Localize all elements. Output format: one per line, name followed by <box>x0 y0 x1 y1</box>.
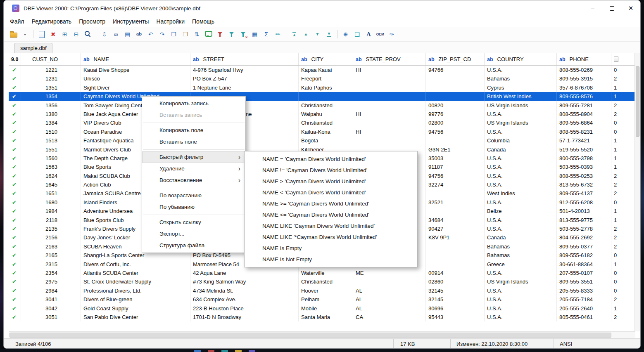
table-row[interactable]: ✔1356Tom Sawyer Diving Centre632-1 Third… <box>9 101 640 110</box>
cell-extra[interactable]: 2 <box>611 313 635 321</box>
cell-country[interactable]: Columbia <box>485 136 557 145</box>
cell-phone[interactable]: 503-555-0393 <box>557 163 611 171</box>
oem-button[interactable]: OEM <box>375 29 386 40</box>
cell-phone[interactable]: 501-4-20013 <box>557 207 611 215</box>
cell-extra[interactable]: 1 <box>611 216 635 224</box>
cell-phone[interactable]: 357-6-876708 <box>557 83 611 92</box>
context-menu-item-sort-descending[interactable]: По убыванию <box>142 201 245 213</box>
cell-cust_no[interactable]: 2354 <box>21 269 81 277</box>
print-button[interactable]: ▤ <box>122 29 133 40</box>
cell-state_prov[interactable]: AL <box>353 295 426 304</box>
cell-city[interactable]: Hoover <box>299 286 353 295</box>
cell-cust_no[interactable]: 1513 <box>21 136 81 145</box>
context-menu-item-restore[interactable]: Восстановление› <box>142 175 245 186</box>
sort-az-button[interactable]: ⇅ <box>191 29 202 40</box>
taskbar-icon[interactable] <box>194 350 201 352</box>
cell-state_prov[interactable]: HI <box>353 128 426 136</box>
cell-zip_pst_cd[interactable]: 32145 <box>426 295 485 304</box>
cell-extra[interactable]: 1 <box>611 154 635 163</box>
cell-zip_pst_cd[interactable] <box>426 242 485 251</box>
quick-filter-option-9[interactable]: NAME Is Not Empty <box>245 254 417 265</box>
cell-zip_pst_cd[interactable] <box>426 136 485 145</box>
replace-button[interactable]: ab <box>133 29 145 40</box>
menu-item-1[interactable]: Редактировать <box>28 17 75 26</box>
cell-country[interactable]: Bahamas <box>485 242 557 251</box>
append-record-button[interactable]: ⊞ <box>59 29 70 40</box>
delete-file-button[interactable]: ✖ <box>48 29 59 40</box>
cell-extra[interactable]: 1 <box>611 207 635 215</box>
cell-country[interactable]: US Virgin Islands <box>485 118 557 127</box>
cell-phone[interactable]: 808-555-0269 <box>557 66 611 74</box>
cell-state_prov[interactable]: CA <box>353 313 426 321</box>
sum-button[interactable]: Σ <box>261 29 272 40</box>
table-row[interactable]: ✔1351Sight Diver1 Neptune LaneKato Papho… <box>9 83 640 92</box>
cell-zip_pst_cd[interactable]: 94756 <box>426 128 485 136</box>
cell-street[interactable]: 4734 Melinda St. <box>190 286 299 295</box>
cell-extra[interactable]: 0 <box>611 118 635 127</box>
vertical-scrollbar-thumb[interactable] <box>636 66 639 137</box>
cell-zip_pst_cd[interactable] <box>426 83 485 92</box>
context-menu-item-deletion[interactable]: Удаление› <box>142 163 245 175</box>
cell-street[interactable]: #73 King Salmon Way <box>190 277 299 286</box>
cell-cust_no[interactable]: 1351 <box>21 83 81 92</box>
table-row[interactable]: ✔2984Professional Divers, Ltd.4734 Melin… <box>9 286 640 295</box>
context-menu-item-file-structure[interactable]: Структура файла <box>142 240 245 251</box>
cell-extra[interactable]: 2 <box>611 233 635 242</box>
search-binoculars-button[interactable]: ∞ <box>110 29 121 40</box>
taskbar-icon[interactable] <box>235 350 242 352</box>
cell-state_prov[interactable] <box>353 74 426 83</box>
menu-item-4[interactable]: Настройки <box>152 17 188 26</box>
cell-phone[interactable]: 57-1-773421 <box>557 136 611 145</box>
first-record-button[interactable]: ▲ <box>289 29 300 40</box>
table-row[interactable]: ✔3042Gold Coast Supply223-B Houston Plac… <box>9 304 640 313</box>
cell-phone[interactable]: 809-555-3915 <box>557 74 611 83</box>
cell-country[interactable]: U.S.A. <box>485 172 557 180</box>
table-row[interactable]: ✔3041Divers of Blue-green634 Complex Ave… <box>9 295 640 304</box>
quick-filter-option-0[interactable]: NAME = 'Cayman Divers World Unlimited' <box>245 154 417 165</box>
cell-street[interactable]: 42 Aqua Lane <box>190 269 299 277</box>
cell-zip_pst_cd[interactable] <box>426 260 485 269</box>
table-row[interactable]: ✔1384VIP Divers ClubChristiansted02800US… <box>9 118 640 127</box>
cell-country[interactable]: U.S.A. <box>485 295 557 304</box>
cell-extra[interactable]: 2 <box>611 295 635 304</box>
cell-cust_no[interactable]: 1645 <box>21 180 81 189</box>
cell-cust_no[interactable]: 1356 <box>21 101 81 110</box>
cell-extra[interactable]: 2 <box>611 224 635 233</box>
cell-country[interactable]: Canada <box>485 145 557 154</box>
cell-name[interactable]: San Pablo Dive Center <box>81 313 190 321</box>
horizontal-scrollbar[interactable] <box>9 331 635 338</box>
cell-name[interactable]: Gold Coast Supply <box>81 304 190 313</box>
cell-country[interactable]: Belize <box>485 207 557 215</box>
cell-country[interactable]: Canada <box>485 233 557 242</box>
cell-state_prov[interactable]: AL <box>353 286 426 295</box>
cell-phone[interactable]: 207-555-0107 <box>557 269 611 277</box>
cell-cust_no[interactable]: 3041 <box>21 295 81 304</box>
cell-country[interactable]: U.S.A. <box>485 304 557 313</box>
grid-view-button[interactable]: ▦ <box>249 29 260 40</box>
cell-country[interactable]: U.S.A. <box>485 66 557 74</box>
cell-cust_no[interactable]: 1560 <box>21 154 81 163</box>
taskbar-icon[interactable] <box>221 350 228 352</box>
web-search-button[interactable]: ⊕ <box>340 29 351 40</box>
column-header-country[interactable]: abCOUNTRY <box>485 53 557 65</box>
cell-zip_pst_cd[interactable]: 94766 <box>426 66 485 74</box>
cell-country[interactable]: Bahamas <box>485 74 557 83</box>
maximize-button[interactable] <box>602 0 621 16</box>
cell-extra[interactable]: 1 <box>611 260 635 269</box>
cell-cust_no[interactable]: 1651 <box>21 189 81 198</box>
cell-zip_pst_cd[interactable] <box>426 74 485 83</box>
filter-button[interactable] <box>226 29 237 40</box>
cell-phone[interactable]: 800-555-3798 <box>557 154 611 163</box>
quick-filter-option-6[interactable]: NAME LIKE 'Cayman Divers World Unlimited… <box>245 220 417 232</box>
cell-cust_no[interactable]: 1624 <box>21 172 81 180</box>
cell-street[interactable]: 1701-D N Broadway <box>190 313 299 321</box>
cell-cust_no[interactable]: 1221 <box>21 66 81 74</box>
cell-extra[interactable]: 1 <box>611 304 635 313</box>
cell-extra[interactable]: 1 <box>611 83 635 92</box>
menu-item-5[interactable]: Помощь <box>188 17 218 26</box>
next-record-button[interactable]: ▼ <box>312 29 323 40</box>
minimize-button[interactable]: – <box>583 0 602 16</box>
cell-state_prov[interactable] <box>353 83 426 92</box>
undo-button[interactable]: ↶ <box>145 29 156 40</box>
cell-zip_pst_cd[interactable]: 94756 <box>426 172 485 180</box>
